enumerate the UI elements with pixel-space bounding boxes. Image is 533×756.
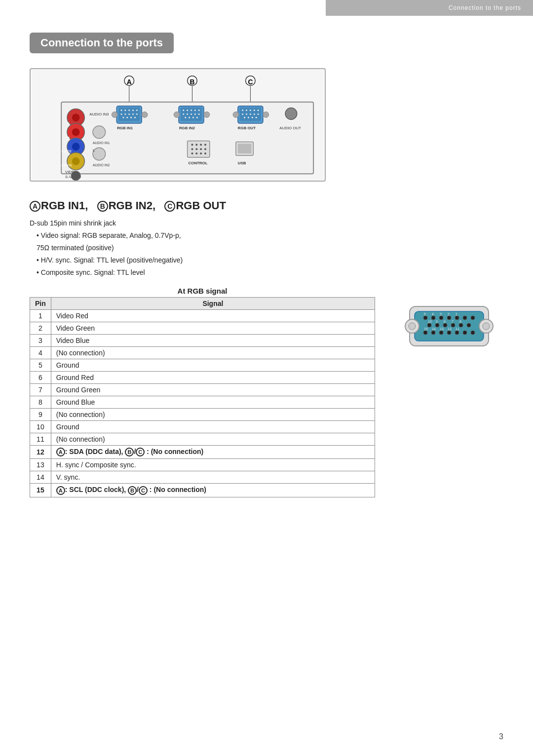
circle-b-table-12: B — [125, 448, 134, 456]
svg-point-34 — [121, 110, 122, 111]
svg-point-35 — [124, 110, 126, 111]
svg-point-77 — [258, 113, 259, 115]
signal-cell: (No connection) — [51, 409, 375, 421]
signal-cell: Ground Red — [51, 372, 375, 384]
desc-line2: • Video signal: RGB separate, Analog, 0.… — [30, 230, 503, 241]
svg-point-107 — [263, 112, 269, 117]
pin-cell: 3 — [30, 335, 51, 347]
svg-point-106 — [233, 112, 239, 117]
signal-cell: Ground Blue — [51, 396, 375, 409]
svg-point-126 — [467, 323, 471, 327]
svg-point-123 — [443, 323, 447, 327]
connector-diagram: A B C — [31, 69, 325, 181]
svg-point-83 — [285, 108, 297, 120]
svg-point-105 — [204, 112, 210, 117]
table-row: 8Ground Blue — [30, 396, 375, 409]
svg-text:9: 9 — [436, 320, 438, 323]
signal-cell: Video Green — [51, 322, 375, 335]
svg-point-72 — [258, 110, 259, 111]
signal-cell: (No connection) — [51, 347, 375, 359]
svg-point-55 — [198, 110, 200, 111]
table-row: 4(No connection) — [30, 347, 375, 359]
svg-text:AUDIO IN2: AUDIO IN2 — [93, 163, 110, 167]
svg-point-53 — [190, 110, 192, 111]
svg-point-78 — [244, 117, 245, 118]
header-bar: Connection to the ports — [326, 0, 533, 16]
svg-point-52 — [187, 110, 188, 111]
svg-point-71 — [254, 110, 255, 111]
svg-point-104 — [174, 112, 180, 117]
svg-text:5: 5 — [424, 312, 426, 316]
svg-point-131 — [455, 331, 459, 335]
svg-text:15: 15 — [424, 327, 428, 331]
svg-point-102 — [112, 112, 117, 117]
pin-cell: 4 — [30, 347, 51, 359]
svg-point-36 — [128, 110, 130, 111]
svg-point-95 — [195, 152, 197, 154]
svg-text:14: 14 — [432, 327, 436, 331]
signal-cell: A: SDA (DDC data), B/C : (No connection) — [51, 446, 375, 459]
svg-point-129 — [439, 331, 443, 335]
svg-point-103 — [142, 112, 148, 117]
svg-point-61 — [185, 117, 186, 118]
svg-point-73 — [242, 113, 243, 115]
connector-illustration: 5 4 3 2 1 10 9 8 7 6 15 14 13 12 11 — [395, 287, 503, 497]
svg-point-63 — [192, 117, 194, 118]
svg-point-117 — [447, 316, 451, 320]
svg-point-113 — [483, 323, 490, 330]
signal-cell: Ground — [51, 359, 375, 372]
svg-point-94 — [191, 152, 193, 154]
svg-point-45 — [126, 117, 128, 118]
signal-cell: Video Red — [51, 310, 375, 322]
pin-cell: 6 — [30, 372, 51, 384]
svg-point-56 — [183, 113, 184, 115]
table-row: 12A: SDA (DDC data), B/C : (No connectio… — [30, 446, 375, 459]
pin-cell: 5 — [30, 359, 51, 372]
circle-c-table-15: C — [139, 486, 148, 495]
circle-a-heading: A — [30, 201, 40, 212]
svg-text:AUDIO IN3: AUDIO IN3 — [89, 112, 109, 116]
table-row: 3Video Blue — [30, 335, 375, 347]
circle-b-heading: B — [97, 201, 108, 212]
svg-point-16 — [72, 143, 80, 151]
diagram-box: A B C — [30, 68, 326, 182]
svg-point-75 — [250, 113, 251, 115]
svg-point-38 — [136, 110, 138, 111]
svg-point-114 — [423, 316, 427, 320]
svg-point-128 — [431, 331, 435, 335]
svg-point-124 — [451, 323, 455, 327]
pin-cell: 13 — [30, 459, 51, 471]
circle-a-table-12: A — [56, 448, 65, 456]
circle-b-table-15: B — [128, 486, 137, 495]
header-text: Connection to the ports — [449, 4, 521, 11]
section-title: Connection to the ports — [40, 37, 163, 49]
svg-point-119 — [463, 316, 467, 320]
col-pin-header: Pin — [30, 298, 51, 310]
svg-text:1: 1 — [456, 312, 457, 316]
signal-cell: Ground Green — [51, 384, 375, 396]
svg-point-57 — [187, 113, 188, 115]
svg-point-116 — [439, 316, 443, 320]
svg-point-44 — [122, 117, 124, 118]
circle-a-table-15: A — [56, 486, 65, 495]
circle-c-table-12: C — [136, 448, 145, 456]
pin-cell: 8 — [30, 396, 51, 409]
svg-point-51 — [183, 110, 184, 111]
svg-point-115 — [431, 316, 435, 320]
signal-cell: A: SCL (DDC clock), B/C : (No connection… — [51, 484, 375, 497]
desc-line4: • H/V. sync. Signal: TTL level (positive… — [30, 255, 503, 265]
rgb-sub-heading: ARGB IN1, BRGB IN2, CRGB OUT — [30, 199, 503, 212]
svg-text:R: R — [67, 136, 70, 140]
table-row: 5Ground — [30, 359, 375, 372]
svg-text:CONTROL: CONTROL — [189, 161, 208, 165]
svg-point-58 — [190, 113, 192, 115]
svg-point-31 — [71, 171, 81, 181]
svg-point-74 — [246, 113, 247, 115]
page-number: 3 — [499, 732, 503, 741]
svg-point-76 — [254, 113, 255, 115]
svg-point-86 — [191, 144, 193, 146]
svg-text:RGB IN2: RGB IN2 — [179, 126, 195, 130]
svg-point-42 — [132, 113, 134, 115]
svg-point-39 — [121, 113, 122, 115]
svg-rect-100 — [238, 144, 252, 153]
